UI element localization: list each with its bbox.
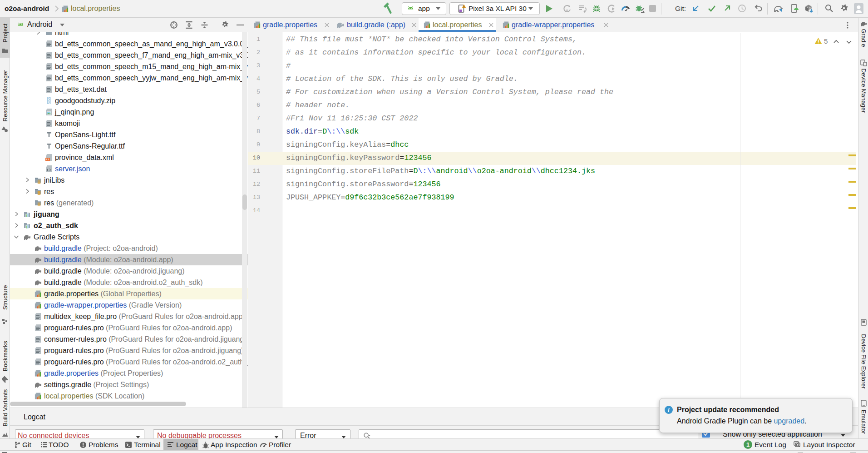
svg-text:A: A bbox=[566, 8, 568, 13]
